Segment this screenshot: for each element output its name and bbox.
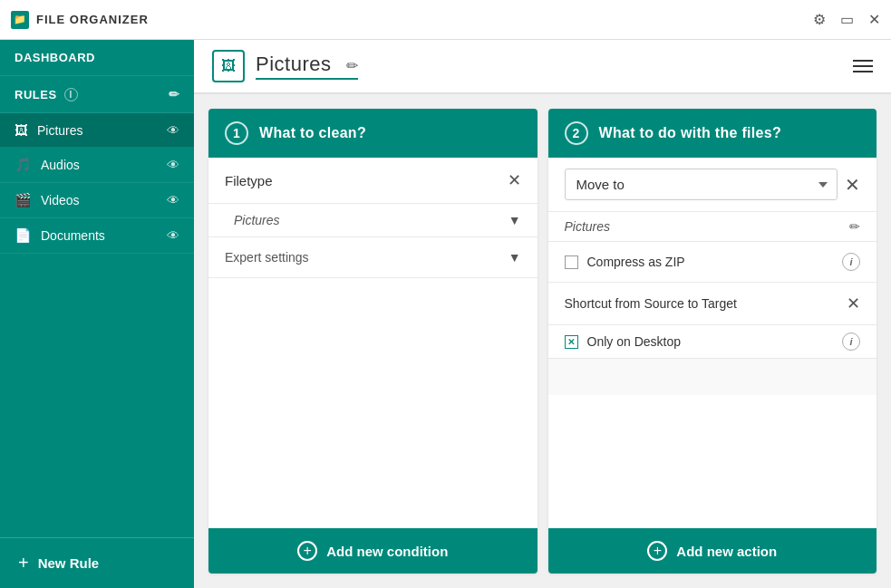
dashboard-label: DASHBOARD — [15, 51, 95, 64]
title-bar-left: 📁 FILE ORGANIZER — [11, 11, 149, 29]
sidebar-item-dashboard[interactable]: DASHBOARD — [0, 40, 194, 76]
rules-info-icon: i — [64, 88, 78, 101]
panel-clean-header: 1 What to clean? — [208, 109, 538, 158]
sidebar-item-rules[interactable]: RULES i ✏ — [0, 76, 194, 113]
filetype-dropdown-arrow[interactable]: ▼ — [508, 213, 521, 227]
filetype-dropdown-value: Pictures — [234, 213, 280, 227]
desktop-only-checkbox[interactable] — [565, 335, 578, 349]
action-select-row: Move to Copy to Delete Rename ✕ — [548, 158, 877, 212]
sidebar-library: 🖼 Pictures 👁 🎵 Audios 👁 🎬 Videos 👁 — [0, 113, 194, 537]
desktop-only-row: Only on Desktop i — [548, 325, 877, 359]
panel-clean: 1 What to clean? Filetype ✕ Pictures ▼ E… — [208, 109, 538, 574]
expert-settings-row[interactable]: Expert settings ▼ — [208, 237, 538, 278]
main-container: DASHBOARD RULES i ✏ 🖼 Pictures 👁 — [0, 40, 891, 588]
new-rule-label: New Rule — [38, 555, 100, 571]
sidebar-item-documents[interactable]: 📄 Documents 👁 — [0, 218, 194, 254]
filetype-label: Filetype — [225, 173, 273, 188]
panel1-title: What to clean? — [259, 125, 366, 141]
page-title: Pictures — [256, 53, 331, 75]
path-edit-button[interactable]: ✏ — [849, 219, 860, 234]
pictures-eye-icon[interactable]: 👁 — [167, 123, 179, 138]
action-select[interactable]: Move to Copy to Delete Rename — [565, 169, 838, 200]
pictures-label: Pictures — [37, 123, 83, 138]
compress-zip-label: Compress as ZIP — [587, 255, 685, 269]
expert-settings-chevron[interactable]: ▼ — [508, 250, 521, 265]
audios-eye-icon[interactable]: 👁 — [167, 158, 179, 172]
panel2-number: 2 — [565, 121, 588, 145]
shortcut-row: Shortcut from Source to Target ✕ — [548, 283, 877, 325]
shortcut-close-button[interactable]: ✕ — [847, 294, 860, 313]
documents-label: Documents — [41, 228, 105, 243]
compress-zip-info-button[interactable]: i — [842, 253, 860, 271]
add-condition-button[interactable]: + Add new condition — [208, 528, 538, 574]
path-label: Pictures — [565, 219, 611, 234]
app-icon: 📁 — [11, 11, 29, 29]
filetype-condition-row: Filetype ✕ — [208, 158, 538, 204]
content-area: 🖼 Pictures ✏ 1 What to clean? — [194, 40, 891, 588]
path-row: Pictures ✏ — [548, 212, 877, 242]
videos-icon: 🎬 — [15, 192, 32, 208]
desktop-only-label: Only on Desktop — [587, 334, 682, 349]
documents-eye-icon[interactable]: 👁 — [167, 228, 179, 243]
action-close-button[interactable]: ✕ — [845, 174, 860, 196]
edit-title-button[interactable]: ✏ — [346, 58, 358, 73]
dashboard-left: DASHBOARD — [15, 51, 95, 64]
panel-action: 2 What to do with the files? Move to Cop… — [548, 109, 877, 574]
watermark-area — [548, 359, 877, 395]
add-condition-label: Add new condition — [326, 544, 448, 559]
add-action-label: Add new action — [676, 544, 777, 559]
panel1-body: Filetype ✕ Pictures ▼ Expert settings ▼ — [208, 158, 538, 528]
settings-icon[interactable]: ⚙ — [813, 13, 826, 27]
panel2-title: What to do with the files? — [599, 125, 782, 141]
audios-label: Audios — [41, 158, 80, 172]
desktop-only-info-button[interactable]: i — [842, 333, 860, 351]
sidebar-item-audios[interactable]: 🎵 Audios 👁 — [0, 148, 194, 183]
hamburger-menu-button[interactable] — [853, 60, 873, 72]
app-title: FILE ORGANIZER — [36, 13, 149, 26]
pictures-icon: 🖼 — [15, 122, 28, 138]
new-rule-plus-icon: + — [18, 553, 29, 574]
panel1-number: 1 — [225, 121, 248, 145]
title-bar: 📁 FILE ORGANIZER ⚙ ▭ ✕ — [0, 0, 891, 40]
sidebar-item-pictures[interactable]: 🖼 Pictures 👁 — [0, 113, 194, 148]
filetype-dropdown-row[interactable]: Pictures ▼ — [208, 204, 538, 237]
compress-zip-row: Compress as ZIP i — [548, 242, 877, 283]
add-action-plus-icon: + — [647, 541, 667, 561]
panels-container: 1 What to clean? Filetype ✕ Pictures ▼ E… — [194, 94, 891, 588]
videos-label: Videos — [41, 193, 80, 207]
rules-label: RULES — [15, 88, 57, 101]
close-icon[interactable]: ✕ — [868, 13, 880, 27]
content-header: 🖼 Pictures ✏ — [194, 40, 891, 94]
title-bar-controls: ⚙ ▭ ✕ — [813, 13, 880, 27]
expert-settings-label: Expert settings — [225, 250, 309, 265]
add-condition-plus-icon: + — [297, 541, 317, 561]
page-icon: 🖼 — [212, 50, 245, 82]
minimize-icon[interactable]: ▭ — [840, 13, 854, 27]
videos-eye-icon[interactable]: 👁 — [167, 193, 179, 207]
rules-edit-icon[interactable]: ✏ — [169, 87, 180, 101]
audios-icon: 🎵 — [15, 157, 32, 173]
sidebar: DASHBOARD RULES i ✏ 🖼 Pictures 👁 — [0, 40, 194, 588]
shortcut-label: Shortcut from Source to Target — [565, 296, 737, 311]
panel-action-header: 2 What to do with the files? — [548, 109, 877, 158]
panel2-body: Move to Copy to Delete Rename ✕ Pictures… — [548, 158, 877, 528]
rules-left: RULES i — [15, 88, 78, 101]
sidebar-bottom: + New Rule — [0, 537, 194, 588]
new-rule-button[interactable]: + New Rule — [0, 538, 194, 588]
add-action-button[interactable]: + Add new action — [548, 528, 877, 574]
documents-icon: 📄 — [15, 227, 32, 244]
sidebar-item-videos[interactable]: 🎬 Videos 👁 — [0, 183, 194, 218]
compress-zip-checkbox[interactable] — [565, 255, 578, 269]
filetype-close-button[interactable]: ✕ — [508, 170, 521, 190]
sidebar-nav: DASHBOARD RULES i ✏ — [0, 40, 194, 113]
